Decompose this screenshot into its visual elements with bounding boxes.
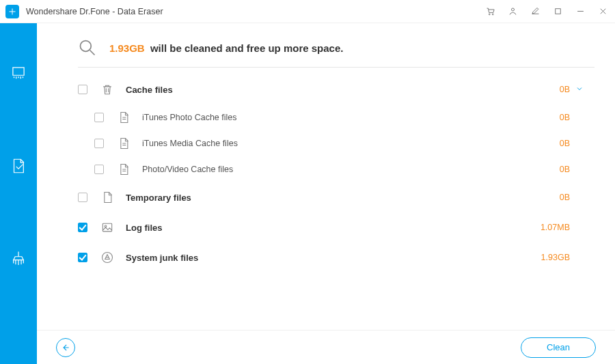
category-row-cache[interactable]: Cache files0B bbox=[78, 74, 594, 104]
category-size: 1.93GB bbox=[515, 253, 570, 262]
footer: Clean bbox=[37, 330, 615, 364]
image-icon bbox=[100, 221, 115, 234]
category-size: 0B bbox=[515, 193, 570, 202]
minimize-icon[interactable] bbox=[575, 6, 586, 16]
filetext-icon bbox=[116, 163, 131, 176]
checkbox-photo-video[interactable] bbox=[94, 165, 107, 174]
checkbox-junk[interactable] bbox=[78, 253, 90, 262]
cart-icon[interactable] bbox=[485, 6, 495, 16]
svg-rect-3 bbox=[556, 9, 561, 14]
checkbox-temp[interactable] bbox=[78, 193, 90, 202]
app-logo bbox=[5, 5, 19, 18]
sub-label: iTunes Media Cache files bbox=[142, 139, 515, 148]
expand-toggle[interactable] bbox=[570, 85, 589, 95]
category-label: System junk files bbox=[126, 253, 515, 263]
summary-size: 1.93GB bbox=[109, 42, 145, 54]
app-title: Wondershare Dr.Fone - Data Eraser bbox=[26, 7, 163, 16]
category-size: 0B bbox=[515, 85, 570, 94]
checkbox-cache[interactable] bbox=[78, 85, 90, 94]
checkbox-itunes-photo[interactable] bbox=[94, 113, 107, 122]
search-icon bbox=[78, 38, 97, 57]
sub-label: Photo/Video Cache files bbox=[142, 165, 515, 174]
appstore-icon bbox=[100, 251, 115, 264]
edit-icon[interactable] bbox=[530, 6, 541, 16]
trash-icon bbox=[100, 83, 115, 96]
checkbox-log[interactable] bbox=[78, 223, 90, 232]
category-label: Temporary files bbox=[126, 193, 515, 203]
user-icon[interactable] bbox=[508, 6, 518, 16]
sub-row-itunes-media[interactable]: iTunes Media Cache files0B bbox=[78, 130, 594, 156]
sub-size: 0B bbox=[515, 165, 570, 174]
clean-button-label: Clean bbox=[547, 342, 570, 352]
checkbox-itunes-media[interactable] bbox=[94, 139, 107, 148]
sidebar-item-cleaner[interactable] bbox=[10, 250, 27, 268]
sub-size: 0B bbox=[515, 113, 570, 122]
content: 1.93GB will be cleaned and free up more … bbox=[37, 23, 615, 330]
category-size: 1.07MB bbox=[515, 223, 570, 232]
sub-size: 0B bbox=[515, 139, 570, 148]
sidebar-item-eraser[interactable] bbox=[10, 64, 27, 82]
category-row-junk[interactable]: System junk files1.93GB bbox=[78, 242, 594, 272]
titlebar: Wondershare Dr.Fone - Data Eraser bbox=[0, 0, 615, 23]
summary-text: 1.93GB will be cleaned and free up more … bbox=[109, 42, 343, 54]
sidebar-item-files[interactable] bbox=[10, 157, 27, 175]
svg-point-4 bbox=[81, 41, 92, 52]
scan-summary: 1.93GB will be cleaned and free up more … bbox=[78, 23, 594, 68]
filetext-icon bbox=[116, 111, 131, 124]
window-controls bbox=[485, 6, 608, 16]
sub-label: iTunes Photo Cache files bbox=[142, 113, 515, 122]
summary-suffix: will be cleaned and free up more space. bbox=[150, 42, 344, 54]
sub-row-itunes-photo[interactable]: iTunes Photo Cache files0B bbox=[78, 104, 594, 130]
category-label: Log files bbox=[126, 223, 515, 233]
filetext-icon bbox=[116, 137, 131, 150]
sidebar bbox=[0, 23, 37, 364]
svg-point-2 bbox=[512, 8, 515, 11]
close-icon[interactable] bbox=[598, 6, 608, 16]
category-row-log[interactable]: Log files1.07MB bbox=[78, 212, 594, 242]
category-list: Cache files0BiTunes Photo Cache files0Bi… bbox=[78, 68, 594, 272]
clean-button[interactable]: Clean bbox=[521, 337, 596, 358]
svg-point-0 bbox=[489, 14, 490, 15]
back-button[interactable] bbox=[56, 338, 75, 357]
restore-icon[interactable] bbox=[553, 6, 563, 16]
sub-row-photo-video[interactable]: Photo/Video Cache files0B bbox=[78, 156, 594, 182]
category-row-temp[interactable]: Temporary files0B bbox=[78, 182, 594, 212]
svg-point-1 bbox=[492, 14, 493, 15]
svg-rect-5 bbox=[102, 223, 111, 232]
category-label: Cache files bbox=[126, 85, 515, 95]
file-icon bbox=[100, 191, 115, 204]
